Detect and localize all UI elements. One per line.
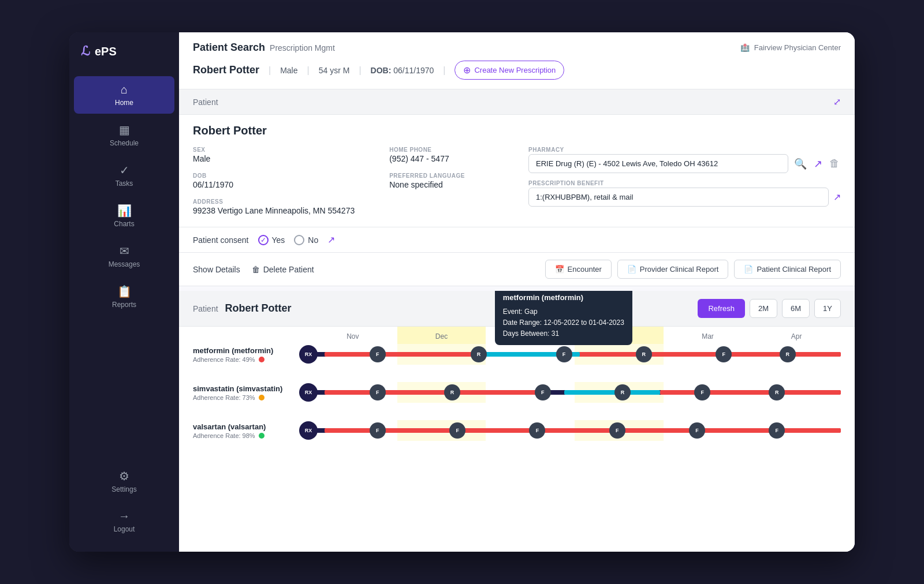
sidebar-label-messages: Messages [109,260,140,268]
seg-cyan-sim [564,390,660,395]
provider-report-button[interactable]: 📄 Provider Clinical Report [617,260,729,279]
node-f3-sim: F [694,384,710,400]
sidebar-item-home[interactable]: ⌂ Home [74,76,174,114]
patient-sex: Male [280,66,297,75]
pharmacy-label: PHARMACY [528,147,841,153]
sidebar-item-tasks[interactable]: ✓ Tasks [74,156,174,194]
encounter-button[interactable]: 📅 Encounter [545,260,612,279]
delete-icon: 🗑 [252,265,260,274]
node-f1-metformin: F [370,346,386,362]
consent-yes-option[interactable]: ✓ Yes [258,235,285,245]
seg-red-2-metformin [644,352,841,357]
node-r2-metformin: R [636,346,652,362]
provider-report-icon: 📄 [627,265,636,274]
month-mar: Mar [664,327,752,344]
benefit-link-button[interactable]: ↗ [833,192,841,203]
sidebar-nav: ⌂ Home ▦ Schedule ✓ Tasks 📊 Charts ✉ Mes… [69,76,179,316]
timeline-patient-prefix: Patient [193,304,218,313]
pharmacy-select[interactable]: ERIE Drug (R) (E) - 4502 Lewis Ave, Tole… [528,154,788,173]
month-apr: Apr [752,327,841,344]
sidebar-item-settings[interactable]: ⚙ Settings [74,462,174,500]
clinic-info: 🏥 Fairview Physician Center [740,43,841,52]
clinic-name: Fairview Physician Center [754,43,841,52]
track-simvastatin: RX F R F R F R [308,382,841,403]
adherence-dot-simvastatin [259,395,264,400]
timeline-patient-info: Patient Robert Potter [193,302,292,315]
logo-text: ePS [95,45,117,58]
node-f1-sim: F [370,384,386,400]
patient-report-button[interactable]: 📄 Patient Clinical Report [734,260,841,279]
seg-red-val [325,428,841,433]
dob-label: DOB: [371,66,392,75]
node-f6-val: F [769,422,785,439]
language-field: PREFERRED LANGUAGE None specified [389,173,465,189]
sidebar-item-charts[interactable]: 📊 Charts [74,197,174,235]
node-f4-val: F [609,422,625,439]
sidebar-item-messages[interactable]: ✉ Messages [74,237,174,275]
refresh-button[interactable]: Refresh [698,299,745,318]
consent-no-radio [294,235,304,245]
delete-patient-button[interactable]: 🗑 Delete Patient [252,265,314,274]
reports-icon: 📋 [117,284,132,298]
divider-4: | [443,65,445,76]
encounter-icon: 📅 [555,265,564,274]
patient-name-header: Robert Potter [193,64,259,76]
node-f2-metformin: F [556,346,572,362]
drug-row-metformin: metformin (metformin) Adherence Rate: 49… [193,344,841,365]
adherence-valsartan: Adherence Rate: 98% [193,432,299,439]
track-valsartan: RX F F F F F F [308,420,841,441]
home-icon: ⌂ [121,83,128,96]
node-f2-val: F [449,422,465,439]
patient-report-icon: 📄 [744,265,753,274]
period-2m-button[interactable]: 2M [750,299,777,318]
address-field: ADDRESS 99238 Vertigo Lane Minneapolis, … [193,199,355,215]
encounter-label: Encounter [568,265,602,274]
period-6m-button[interactable]: 6M [782,299,810,318]
new-prescription-label: Create New Prescription [474,66,556,74]
adherence-dot-valsartan [259,433,264,439]
messages-icon: ✉ [120,244,129,258]
new-prescription-button[interactable]: ⊕ Create New Prescription [454,61,564,80]
pharmacy-link-button[interactable]: ↗ [813,156,824,171]
pharmacy-search-button[interactable]: 🔍 [793,156,808,171]
patient-details: Robert Potter SEX Male DOB 06/11/1970 [179,115,855,227]
benefit-field: PRESCRIPTION BENEFIT 1:(RXHUBPBM), retai… [528,180,841,207]
sex-label: SEX [193,147,355,153]
sidebar-label-home: Home [115,99,133,107]
benefit-select[interactable]: 1:(RXHUBPBM), retail & mail [528,188,829,207]
dob-value-field: 06/11/1970 [193,180,355,189]
consent-link-button[interactable]: ↗ [327,234,335,245]
header: Patient Search Prescription Mgmt 🏥 Fairv… [179,32,855,89]
pharmacy-row: ERIE Drug (R) (E) - 4502 Lewis Ave, Tole… [528,154,841,173]
provider-report-label: Provider Clinical Report [640,265,719,274]
actions-left: Show Details 🗑 Delete Patient [193,265,314,274]
period-1y-button[interactable]: 1Y [814,299,841,318]
sidebar-item-logout[interactable]: → Logout [74,503,174,540]
drug-info-simvastatin: simvastatin (simvastatin) Adherence Rate… [193,384,308,401]
sidebar-item-reports[interactable]: 📋 Reports [74,278,174,316]
pharmacy-delete-button[interactable]: 🗑 [828,156,841,171]
sidebar-item-schedule[interactable]: ▦ Schedule [74,116,174,154]
timeline-controls: Refresh 2M 6M 1Y [698,299,841,318]
benefit-row: 1:(RXHUBPBM), retail & mail ↗ [528,188,841,207]
consent-row: Patient consent ✓ Yes No ↗ [179,227,855,252]
node-f5-val: F [689,422,705,439]
node-f2-sim: F [535,384,551,400]
sidebar-label-charts: Charts [114,220,134,228]
node-r3-sim: R [769,384,785,400]
patient-section-header: Patient ⤢ [179,89,855,115]
actions-right: 📅 Encounter 📄 Provider Clinical Report 📄… [545,260,841,279]
show-details-button[interactable]: Show Details [193,265,240,274]
adherence-label-simvastatin: Adherence Rate: 73% [193,394,255,401]
expand-icon[interactable]: ⤢ [833,96,841,107]
drug-row-valsartan: valsartan (valsartan) Adherence Rate: 98… [193,420,841,441]
timeline-section: Patient Robert Potter Refresh 2M 6M 1Y N… [179,291,855,552]
node-r3-metformin: R [780,346,796,362]
language-label: PREFERRED LANGUAGE [389,173,465,179]
consent-no-option[interactable]: No [294,235,318,245]
divider-1: | [269,65,271,76]
adherence-simvastatin: Adherence Rate: 73% [193,394,299,401]
adherence-metformin: Adherence Rate: 49% [193,356,299,363]
month-dec: Dec [397,327,486,344]
patient-info-bar: Robert Potter | Male | 54 ysr M | DOB: 0… [193,61,841,80]
